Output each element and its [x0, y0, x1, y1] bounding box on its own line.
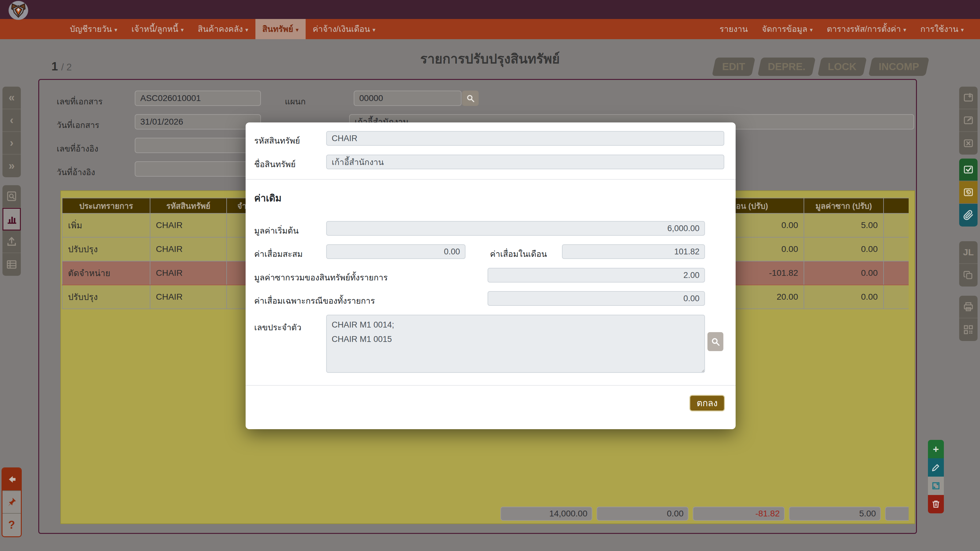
month-depre-input[interactable] — [562, 244, 705, 259]
document-edit-icon — [963, 115, 974, 126]
copy-document-button[interactable] — [959, 264, 978, 286]
edit-row-button[interactable] — [928, 458, 944, 476]
upload-button[interactable] — [2, 230, 21, 253]
chart-view-button[interactable] — [2, 208, 21, 230]
menu-item-left-1[interactable]: เจ้าหนี้/ลูกหนี้▾ — [124, 19, 191, 39]
upload-icon — [6, 236, 17, 247]
back-arrow-icon — [6, 474, 17, 485]
section-title: ค่าเดิม — [254, 191, 282, 206]
serial-label: เลขประจำตัว — [254, 321, 301, 334]
asset-detail-dialog: รหัสสินทรัพย์ ชื่อสินทรัพย์ ค่าเดิม มูลค… — [246, 122, 736, 429]
menu-right: รายงานจัดการข้อมูล▾ตารางรหัส/การตั้งค่า▾… — [713, 19, 971, 39]
approve-button[interactable] — [959, 159, 978, 181]
expand-row-button[interactable] — [928, 476, 944, 495]
app-logo — [9, 1, 28, 20]
bar-chart-icon — [6, 214, 17, 225]
menu-item-right-2[interactable]: ตารางรหัส/การตั้งค่า▾ — [820, 19, 913, 39]
status-badge-edit: EDIT — [712, 57, 756, 76]
cell: 5.00 — [804, 213, 883, 237]
menu-item-right-3[interactable]: การใช้งาน▾ — [913, 19, 971, 39]
document-search-icon — [6, 191, 17, 202]
dept-label: แผนก — [285, 95, 305, 108]
attachment-button[interactable] — [959, 204, 978, 227]
cell: 0.00 — [804, 285, 883, 309]
row-actions: + — [928, 440, 944, 513]
total-box-0: 14,000.00 — [500, 507, 592, 521]
total-box-4 — [885, 507, 908, 521]
asset-name-label: ชื่อสินทรัพย์ — [254, 158, 296, 171]
menu-item-left-0[interactable]: บัญชีรายวัน▾ — [63, 19, 124, 39]
doc-date-input[interactable] — [135, 114, 261, 130]
initial-value-input[interactable] — [326, 221, 705, 236]
preview-document-button[interactable] — [2, 185, 21, 208]
total-box-2: -81.82 — [693, 507, 784, 521]
journal-link-button[interactable]: JL — [959, 241, 978, 264]
menu-item-label: รายงาน — [720, 24, 748, 34]
serial-textarea[interactable] — [326, 315, 705, 373]
trash-icon — [931, 500, 940, 509]
edit-document-button[interactable] — [959, 109, 978, 132]
add-row-button[interactable]: + — [928, 440, 944, 458]
cell: CHAIR — [150, 261, 227, 285]
salvage-total-label: มูลค่าซากรวมของสินทรัพย์ทั้งรายการ — [254, 271, 388, 284]
doc-no-input[interactable] — [135, 91, 261, 106]
total-box-3: 5.00 — [789, 507, 881, 521]
previous-record-button[interactable]: ‹ — [2, 109, 21, 132]
chevron-down-icon: ▾ — [115, 27, 118, 33]
menu-item-label: สินทรัพย์ — [262, 24, 293, 34]
print-button[interactable] — [959, 296, 978, 318]
dept-input[interactable] — [354, 91, 461, 106]
asset-code-input[interactable] — [326, 131, 724, 146]
next-record-button[interactable]: › — [2, 132, 21, 155]
salvage-total-input[interactable] — [488, 268, 705, 283]
record-counter: 1 / 2 — [51, 60, 72, 73]
column-header-0: ประเภทรายการ — [62, 198, 150, 213]
menu-item-left-4[interactable]: ค่าจ้าง/เงินเดือน▾ — [305, 19, 382, 39]
dept-search-button[interactable] — [462, 91, 479, 106]
delete-row-button[interactable] — [928, 495, 944, 513]
revert-button[interactable] — [959, 181, 978, 204]
menu-bar: บัญชีรายวัน▾เจ้าหนี้/ลูกหนี้▾สินค้าคงคลั… — [0, 19, 980, 39]
menu-item-left-3[interactable]: สินทรัพย์▾ — [255, 19, 305, 39]
serial-search-button[interactable] — [708, 332, 723, 351]
chevron-down-icon: ▾ — [961, 27, 964, 33]
back-button[interactable] — [2, 468, 21, 491]
document-add-icon — [963, 92, 974, 103]
doc-date-label: วันที่เอกสาร — [57, 119, 99, 132]
cell: ตัดจำหน่าย — [62, 261, 150, 285]
ref-no-input[interactable] — [135, 138, 261, 153]
chevron-down-icon: ▾ — [296, 27, 299, 33]
new-document-button[interactable] — [959, 87, 978, 109]
search-icon — [466, 94, 475, 103]
menu-left: บัญชีรายวัน▾เจ้าหนี้/ลูกหนี้▾สินค้าคงคลั… — [63, 19, 382, 39]
cell: CHAIR — [150, 213, 227, 237]
menu-item-label: การใช้งาน — [920, 24, 958, 34]
journal-link-label: JL — [963, 247, 974, 257]
last-record-button[interactable]: » — [2, 155, 21, 177]
menu-item-left-2[interactable]: สินค้าคงคลัง▾ — [191, 19, 255, 39]
first-record-button[interactable]: « — [2, 87, 21, 109]
menu-item-right-0[interactable]: รายงาน — [713, 19, 755, 39]
cell: 0.00 — [804, 261, 883, 285]
help-button[interactable]: ? — [2, 514, 21, 536]
accum-depre-input[interactable] — [326, 244, 466, 259]
chevron-down-icon: ▾ — [372, 27, 375, 33]
table-list-button[interactable] — [2, 253, 21, 276]
qr-code-button[interactable] — [959, 318, 978, 341]
menu-item-label: บัญชีรายวัน — [70, 24, 112, 34]
asset-name-input[interactable] — [326, 155, 724, 169]
cancel-document-button[interactable] — [959, 132, 978, 155]
cell — [883, 261, 908, 285]
pin-button[interactable] — [2, 491, 21, 514]
document-cancel-icon — [963, 138, 974, 149]
ok-button[interactable]: ตกลง — [689, 395, 725, 411]
menu-item-label: เจ้าหนี้/ลูกหนี้ — [131, 24, 178, 34]
ref-date-input[interactable] — [135, 161, 261, 176]
printer-icon — [963, 301, 974, 312]
cell: เพิ่ม — [62, 213, 150, 237]
menu-item-right-1[interactable]: จัดการข้อมูล▾ — [755, 19, 820, 39]
special-depre-input[interactable] — [488, 291, 705, 306]
ref-no-label: เลขที่อ้างอิง — [57, 142, 98, 155]
qr-code-icon — [963, 324, 974, 335]
search-icon — [711, 337, 720, 346]
